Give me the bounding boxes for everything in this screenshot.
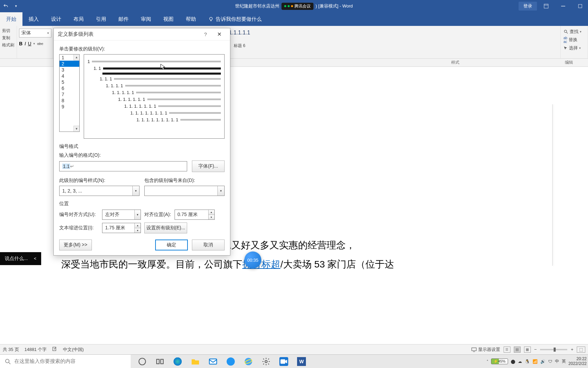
copy-button[interactable]: 复制 xyxy=(2,34,15,42)
maximize-icon[interactable] xyxy=(572,0,588,12)
dictation-prompt[interactable]: 说点什么... < xyxy=(0,252,41,265)
chevron-left-icon[interactable]: < xyxy=(34,256,36,261)
task-view-icon[interactable] xyxy=(152,355,167,368)
tell-me-search[interactable]: 告诉我你想要做什么 xyxy=(202,12,268,26)
zoom-in-button[interactable]: + xyxy=(571,347,573,352)
more-button[interactable]: 更多(M) >> xyxy=(59,240,92,250)
tab-insert[interactable]: 插入 xyxy=(22,12,45,26)
page-count[interactable]: 共 35 页 xyxy=(3,347,19,353)
level-option-7[interactable]: 7 xyxy=(60,91,79,97)
cancel-button[interactable]: 取消 xyxy=(192,240,225,250)
app-icon[interactable] xyxy=(223,355,238,368)
taskbar-search[interactable]: 在这里输入你要搜索的内容 xyxy=(0,355,131,368)
mail-icon[interactable] xyxy=(206,355,220,368)
underline-button[interactable]: U xyxy=(28,41,31,46)
zoom-level[interactable]: ⬚ xyxy=(577,347,585,353)
number-format-input[interactable]: 1.1↵ xyxy=(59,161,187,171)
align-at-spinner[interactable]: 0.75 厘米▲▼ xyxy=(175,210,215,220)
undo-icon[interactable] xyxy=(3,3,9,9)
tray-volume-icon[interactable]: 🔊 xyxy=(540,359,545,364)
tray-qq-icon[interactable]: 🐧 xyxy=(525,359,530,364)
tab-references[interactable]: 引用 xyxy=(90,12,112,26)
tab-design[interactable]: 设计 xyxy=(45,12,67,26)
font-name-combo[interactable]: 宋体▾ xyxy=(19,29,51,37)
help-button[interactable]: ? xyxy=(199,31,212,37)
font-button[interactable]: 字体(F)... xyxy=(192,160,225,172)
zoom-slider[interactable] xyxy=(540,349,567,350)
zoom-out-button[interactable]: − xyxy=(534,347,537,352)
number-style-combo[interactable]: 1, 2, 3, ...▾ xyxy=(59,186,140,196)
level-option-4[interactable]: 4 xyxy=(60,73,79,79)
tab-help[interactable]: 帮助 xyxy=(180,12,202,26)
read-mode-icon[interactable]: ☰ xyxy=(504,347,510,353)
find-button[interactable]: 查找▾ xyxy=(564,28,585,35)
battery-indicator[interactable]: ⚡45% xyxy=(491,358,508,364)
spin-down-icon[interactable]: ▼ xyxy=(134,228,141,233)
language-indicator[interactable]: 中文(中国) xyxy=(63,347,84,353)
ime-indicator[interactable]: 中 xyxy=(555,358,559,364)
spin-up-icon[interactable]: ▲ xyxy=(134,223,141,228)
level-option-2[interactable]: 2 xyxy=(60,61,79,67)
qat-dropdown-icon[interactable]: ▼ xyxy=(13,3,19,9)
meeting-badge[interactable]: 腾讯会议 xyxy=(281,3,313,10)
spin-up-icon[interactable]: ▲ xyxy=(208,210,214,215)
ribbon-tabs: 开始 插入 设计 布局 引用 邮件 审阅 视图 帮助 告诉我你想要做什么 xyxy=(0,12,588,26)
tencent-meeting-icon[interactable] xyxy=(276,355,291,368)
print-layout-icon[interactable]: ▤ xyxy=(514,347,521,353)
signal-dot-icon xyxy=(284,5,286,7)
level-option-5[interactable]: 5 xyxy=(60,79,79,85)
level-option-3[interactable]: 3 xyxy=(60,67,79,73)
taskbar-clock[interactable]: 20:22 2022/2/22 xyxy=(569,357,587,366)
alignment-combo[interactable]: 左对齐▾ xyxy=(102,210,141,220)
preview-level-7: 1. 1. 1. 1. 1. 1. 1 xyxy=(124,104,221,109)
number-style-label: 此级别的编号样式(N): xyxy=(59,178,140,184)
level-option-8[interactable]: 8 xyxy=(60,97,79,104)
tab-layout[interactable]: 布局 xyxy=(67,12,90,26)
tray-icon[interactable]: 📶 xyxy=(533,359,538,364)
tab-mailings[interactable]: 邮件 xyxy=(112,12,135,26)
position-header: 位置 xyxy=(59,201,225,207)
set-all-levels-button[interactable]: 设置所有级别(E)... xyxy=(144,223,187,233)
bold-button[interactable]: B xyxy=(19,41,22,46)
tray-icon[interactable]: ☁ xyxy=(518,359,522,364)
italic-button[interactable]: I xyxy=(24,41,26,46)
include-from-combo[interactable]: ▾ xyxy=(144,186,225,196)
scroll-up-icon[interactable]: ▲ xyxy=(74,55,79,60)
minimize-icon[interactable] xyxy=(555,0,571,12)
ime-indicator[interactable]: 英 xyxy=(562,358,566,364)
tab-view[interactable]: 视图 xyxy=(157,12,180,26)
word-icon[interactable]: W xyxy=(294,355,309,368)
strikethrough-button[interactable]: abc xyxy=(37,42,43,46)
spellcheck-icon[interactable] xyxy=(52,346,58,353)
login-button[interactable]: 登录 xyxy=(519,2,537,11)
level-option-9[interactable]: 9 xyxy=(60,104,79,110)
select-button[interactable]: 选择▾ xyxy=(564,44,585,52)
word-count[interactable]: 14881 个字 xyxy=(24,347,47,353)
replace-button[interactable]: abac替换 xyxy=(564,35,585,44)
tray-icon[interactable]: 🛡 xyxy=(548,359,552,364)
recording-timer[interactable]: 00:35 xyxy=(244,251,261,269)
ie-icon[interactable] xyxy=(241,355,256,368)
cut-button[interactable]: 剪切 xyxy=(2,27,15,34)
cortana-icon[interactable] xyxy=(135,355,150,368)
format-painter-button[interactable]: 格式刷 xyxy=(2,42,15,49)
close-button[interactable]: ✕ xyxy=(212,31,226,37)
ok-button[interactable]: 确定 xyxy=(155,240,188,250)
chevron-down-icon: ▾ xyxy=(132,186,139,196)
file-explorer-icon[interactable] xyxy=(188,355,203,368)
ribbon-display-icon[interactable] xyxy=(538,0,554,12)
text-indent-spinner[interactable]: 1.75 厘米▲▼ xyxy=(102,223,141,233)
scroll-down-icon[interactable]: ▼ xyxy=(74,126,79,132)
spin-down-icon[interactable]: ▼ xyxy=(208,215,214,220)
level-listbox[interactable]: ▲ 123456789 ▼ xyxy=(59,54,80,132)
tray-icon[interactable]: ⬤ xyxy=(511,359,515,364)
settings-icon[interactable] xyxy=(259,355,274,368)
level-option-6[interactable]: 6 xyxy=(60,85,79,91)
tab-home[interactable]: 开始 xyxy=(0,12,22,26)
tray-chevron-icon[interactable]: ˄ xyxy=(487,359,488,363)
display-settings[interactable]: 显示器设置 xyxy=(471,347,500,353)
tab-review[interactable]: 审阅 xyxy=(135,12,157,26)
multilevel-list-dialog: 定义新多级列表 ? ✕ 单击要修改的级别(V): ▲ 123456789 ▼ 1… xyxy=(53,28,230,256)
edge-icon[interactable] xyxy=(170,355,185,368)
web-layout-icon[interactable]: ▦ xyxy=(524,347,531,353)
